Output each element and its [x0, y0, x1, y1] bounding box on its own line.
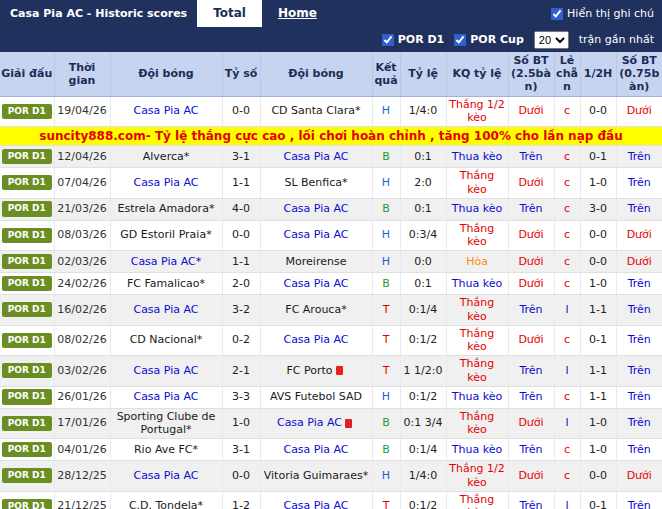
home-team: Casa Pia AC: [110, 386, 222, 408]
match-count-select[interactable]: 20: [534, 31, 569, 49]
ou-075-cell: Trên: [616, 198, 662, 220]
match-row: POR D116/02/26Casa Pia AC3-2FC Arouca*T0…: [0, 295, 662, 326]
ou-25-cell: Dưới: [508, 251, 554, 273]
col-header-league: Giải đấu: [0, 52, 54, 96]
ht-score: 0-1: [580, 146, 616, 168]
filter-por-cup[interactable]: POR Cup: [454, 33, 524, 46]
handicap-odds: 1/4:0: [400, 461, 446, 492]
home-team-name[interactable]: Casa Pia AC: [133, 390, 198, 403]
handicap-odds: 0:1/2: [400, 325, 446, 356]
odd-even-cell: c: [554, 325, 580, 356]
ou-075-result: Trên: [628, 176, 651, 189]
ou-075-cell: Trên: [616, 491, 662, 509]
away-team: Vitoria Guimaraes*: [260, 461, 372, 492]
result-letter: B: [382, 416, 390, 429]
away-team-name[interactable]: Casa Pia AC: [283, 499, 348, 509]
match-date: 04/01/26: [54, 439, 110, 461]
away-team: AVS Futebol SAD: [260, 386, 372, 408]
away-team-name: AVS Futebol SAD: [270, 390, 362, 403]
away-team-name: Moreirense: [286, 255, 347, 268]
tab-total[interactable]: Total: [197, 0, 262, 27]
league-badge: POR D1: [2, 442, 52, 457]
ht-score: 1-1: [580, 386, 616, 408]
tab-home[interactable]: Home: [262, 0, 333, 27]
ad-banner-text[interactable]: suncity888.com- Tỷ lệ thắng cực cao , lố…: [0, 127, 662, 146]
away-team-name[interactable]: Casa Pia AC: [283, 150, 348, 163]
odd-even-cell: c: [554, 220, 580, 251]
result-letter: H: [382, 104, 390, 117]
home-team: Sporting Clube de Portugal*: [110, 408, 222, 439]
home-team-name[interactable]: Casa Pia AC: [133, 364, 198, 377]
league-cell: POR D1: [0, 198, 54, 220]
ou-25-result: Dưới: [518, 228, 543, 241]
ft-score: 0-2: [222, 325, 260, 356]
ou-075-result: Trên: [628, 202, 651, 215]
ou-25-cell: Dưới: [508, 273, 554, 295]
ft-score: 1-1: [222, 168, 260, 199]
match-date: 07/04/26: [54, 168, 110, 199]
handicap-result-cell: Thắng kèo: [446, 295, 508, 326]
odd-even-cell: c: [554, 273, 580, 295]
away-team-name[interactable]: Casa Pia AC: [277, 416, 342, 429]
away-team-name[interactable]: Casa Pia AC: [283, 202, 348, 215]
home-team: Casa Pia AC*: [110, 251, 222, 273]
league-badge: POR D1: [2, 201, 52, 216]
ou-075-cell: Dưới: [616, 96, 662, 127]
home-team-name[interactable]: Casa Pia AC: [133, 469, 198, 482]
away-team-name[interactable]: Casa Pia AC: [283, 228, 348, 241]
ou-25-cell: Trên: [508, 386, 554, 408]
filter-por-cup-checkbox[interactable]: [454, 34, 466, 46]
filter-por-d1[interactable]: POR D1: [382, 33, 445, 46]
away-team: Casa Pia AC: [260, 325, 372, 356]
show-notes-toggle[interactable]: Hiển thị ghi chú: [551, 0, 662, 27]
league-badge: POR D1: [2, 228, 52, 243]
filter-por-d1-checkbox[interactable]: [382, 34, 394, 46]
ou-25-result: Dưới: [518, 333, 543, 346]
odd-even-result: c: [564, 150, 570, 163]
home-team-name[interactable]: Casa Pia AC: [133, 104, 198, 117]
match-date: 28/12/25: [54, 461, 110, 492]
result-letter: B: [382, 150, 390, 163]
ht-score: 1-0: [580, 408, 616, 439]
odd-even-result: l: [565, 416, 568, 429]
handicap-odds: 0:1: [400, 198, 446, 220]
handicap-result: Thua kèo: [452, 202, 502, 215]
handicap-odds: 0:1: [400, 273, 446, 295]
ou-075-cell: Dưới: [616, 220, 662, 251]
handicap-result-cell: Thua kèo: [446, 198, 508, 220]
show-notes-checkbox[interactable]: [551, 8, 563, 20]
home-team-name[interactable]: Casa Pia AC*: [131, 255, 202, 268]
handicap-result: Thắng kèo: [460, 493, 494, 509]
ou-075-result: Dưới: [627, 228, 652, 241]
ou-25-result: Trên: [519, 150, 542, 163]
handicap-odds: 0:1 3/4: [400, 408, 446, 439]
home-team-name[interactable]: Casa Pia AC: [133, 176, 198, 189]
odd-even-cell: c: [554, 96, 580, 127]
ht-score: 0-0: [580, 96, 616, 127]
ht-score: 0-0: [580, 220, 616, 251]
away-team-name[interactable]: Casa Pia AC: [283, 277, 348, 290]
ou-25-cell: Dưới: [508, 96, 554, 127]
away-team-name[interactable]: Casa Pia AC: [283, 333, 348, 346]
away-team-name[interactable]: Casa Pia AC: [283, 443, 348, 456]
ou-075-cell: Dưới: [616, 461, 662, 492]
ft-score: 4-0: [222, 198, 260, 220]
handicap-result: Thắng kèo: [460, 357, 494, 384]
result-cell: H: [372, 220, 400, 251]
handicap-result-cell: Thua kèo: [446, 273, 508, 295]
home-team-name[interactable]: Casa Pia AC: [133, 303, 198, 316]
result-letter: H: [382, 176, 390, 189]
ou-25-cell: Dưới: [508, 461, 554, 492]
handicap-result: Thắng kèo: [460, 222, 494, 249]
ou-25-result: Trên: [519, 443, 542, 456]
handicap-result: Thắng kèo: [460, 296, 494, 323]
ht-score: 0-1: [580, 491, 616, 509]
odd-even-cell: l: [554, 295, 580, 326]
ad-banner-row[interactable]: suncity888.com- Tỷ lệ thắng cực cao , lố…: [0, 127, 662, 146]
odd-even-result: c: [564, 202, 570, 215]
match-date: 26/01/26: [54, 386, 110, 408]
handicap-result: Thua kèo: [452, 443, 502, 456]
match-row: POR D112/04/26Alverca*3-1Casa Pia ACB0:1…: [0, 146, 662, 168]
handicap-result-cell: Thắng 1/2 kèo: [446, 96, 508, 127]
away-team: FC Arouca*: [260, 295, 372, 326]
